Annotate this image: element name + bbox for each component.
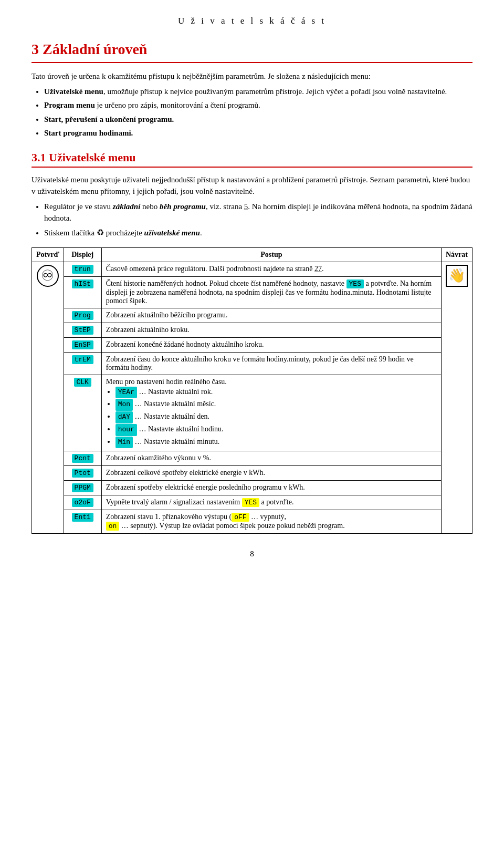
table-row: StEP Zobrazení aktuálního kroku. bbox=[32, 323, 472, 337]
clk-mon: Mon … Nastavte aktuální měsíc. bbox=[116, 398, 437, 411]
displej-ppgm: PPGM bbox=[64, 481, 101, 495]
table-row: Pcnt Zobrazení okamžitého výkonu v %. bbox=[32, 451, 472, 466]
bullet-item: Program menu je určeno pro zápis, monito… bbox=[44, 99, 472, 111]
table-row: trEM Zobrazení času do konce aktuálního … bbox=[32, 352, 472, 375]
postup-ensp: Zobrazení konečné žádané hodnoty aktuáln… bbox=[101, 337, 441, 352]
confirm-icon: ♾ bbox=[37, 265, 59, 287]
section-divider bbox=[32, 167, 472, 168]
th-displej: Displej bbox=[64, 247, 101, 262]
section-title: 3.1 Uživatelské menu bbox=[32, 151, 472, 164]
th-postup: Postup bbox=[101, 247, 441, 262]
page-header: U ž i v a t e l s k á č á s t bbox=[32, 16, 472, 26]
displej-clk: CLK bbox=[64, 375, 101, 451]
displej-ent1: Ent1 bbox=[64, 510, 101, 534]
th-navrat: Návrat bbox=[442, 247, 472, 262]
chapter-number: 3 bbox=[32, 41, 39, 57]
bullet-regulator: Regulátor je ve stavu základní nebo běh … bbox=[44, 201, 472, 224]
displej-trun: trun bbox=[64, 262, 101, 276]
clk-day: dAY … Nastavte aktuální den. bbox=[116, 411, 437, 423]
page-num-text: 8 bbox=[250, 550, 254, 558]
section-bullets: Regulátor je ve stavu základní nebo běh … bbox=[44, 201, 472, 239]
postup-hist: Čtení historie naměřených hodnot. Pokud … bbox=[101, 276, 441, 308]
clk-hour: hour … Nastavte aktuální hodinu. bbox=[116, 423, 437, 436]
postup-trun: Časově omezená práce regulátoru. Další p… bbox=[101, 262, 441, 276]
bullet-item: Start programu hodinami. bbox=[44, 127, 472, 139]
icon-confirm-cell: ♾ bbox=[32, 262, 64, 534]
chapter-intro: Tato úroveň je určena k okamžitému příst… bbox=[32, 70, 472, 82]
user-menu-table: Potvrď Displej Postup Návrat ♾ trun Časo… bbox=[32, 247, 472, 534]
postup-step: Zobrazení aktuálního kroku. bbox=[101, 323, 441, 337]
section-para1: Uživatelské menu poskytuje uživateli nej… bbox=[32, 174, 472, 198]
displej-prog: Prog bbox=[64, 308, 101, 323]
table-row: PPGM Zobrazení spotřeby elektrické energ… bbox=[32, 481, 472, 495]
table-row: o2oF Vypněte trvalý alarm / signalizaci … bbox=[32, 495, 472, 510]
icon-return-cell: 👋 bbox=[442, 262, 472, 534]
postup-ptot: Zobrazení celkové spotřeby elektrické en… bbox=[101, 466, 441, 481]
displej-pcnt: Pcnt bbox=[64, 451, 101, 466]
chapter-divider bbox=[32, 62, 472, 63]
clk-sub-list: YEAr … Nastavte aktuální rok. Mon … Nast… bbox=[116, 386, 437, 449]
displej-o2of: o2oF bbox=[64, 495, 101, 510]
bullet-button: Stiskem tlačítka ♻ procházejte uživatels… bbox=[44, 226, 472, 239]
postup-o2of: Vypněte trvalý alarm / signalizaci nasta… bbox=[101, 495, 441, 510]
postup-trem: Zobrazení času do konce aktuálního kroku… bbox=[101, 352, 441, 375]
postup-ppgm: Zobrazení spotřeby elektrické energie po… bbox=[101, 481, 441, 495]
postup-prog: Zobrazení aktuálního běžícího programu. bbox=[101, 308, 441, 323]
page-number: 8 bbox=[32, 550, 472, 558]
table-row: Ptot Zobrazení celkové spotřeby elektric… bbox=[32, 466, 472, 481]
table-row: EnSP Zobrazení konečné žádané hodnoty ak… bbox=[32, 337, 472, 352]
displej-ensp: EnSP bbox=[64, 337, 101, 352]
table-row: Prog Zobrazení aktuálního běžícího progr… bbox=[32, 308, 472, 323]
displej-ptot: Ptot bbox=[64, 466, 101, 481]
displej-trem: trEM bbox=[64, 352, 101, 375]
postup-pcnt: Zobrazení okamžitého výkonu v %. bbox=[101, 451, 441, 466]
chapter-title: 3 Základní úroveň bbox=[32, 41, 472, 58]
displej-hist: hISt bbox=[64, 276, 101, 308]
table-row: ♾ trun Časově omezená práce regulátoru. … bbox=[32, 262, 472, 276]
clk-min: Min … Nastavte aktuální minutu. bbox=[116, 436, 437, 449]
header-title: U ž i v a t e l s k á č á s t bbox=[178, 16, 326, 26]
th-potvrd: Potvrď bbox=[32, 247, 64, 262]
displej-step: StEP bbox=[64, 323, 101, 337]
bullet-item: Uživatelské menu, umožňuje přístup k nej… bbox=[44, 86, 472, 98]
bullet-item: Start, přerušení a ukončení programu. bbox=[44, 113, 472, 126]
clk-year: YEAr … Nastavte aktuální rok. bbox=[116, 386, 437, 399]
return-icon: 👋 bbox=[446, 265, 468, 287]
table-row: Ent1 Zobrazení stavu 1. příznakového výs… bbox=[32, 510, 472, 534]
postup-ent1: Zobrazení stavu 1. příznakového výstupu … bbox=[101, 510, 441, 534]
table-row: CLK Menu pro nastavení hodin reálného ča… bbox=[32, 375, 472, 451]
table-row: hISt Čtení historie naměřených hodnot. P… bbox=[32, 276, 472, 308]
chapter-bullets: Uživatelské menu, umožňuje přístup k nej… bbox=[44, 86, 472, 139]
postup-clk: Menu pro nastavení hodin reálného času. … bbox=[101, 375, 441, 451]
